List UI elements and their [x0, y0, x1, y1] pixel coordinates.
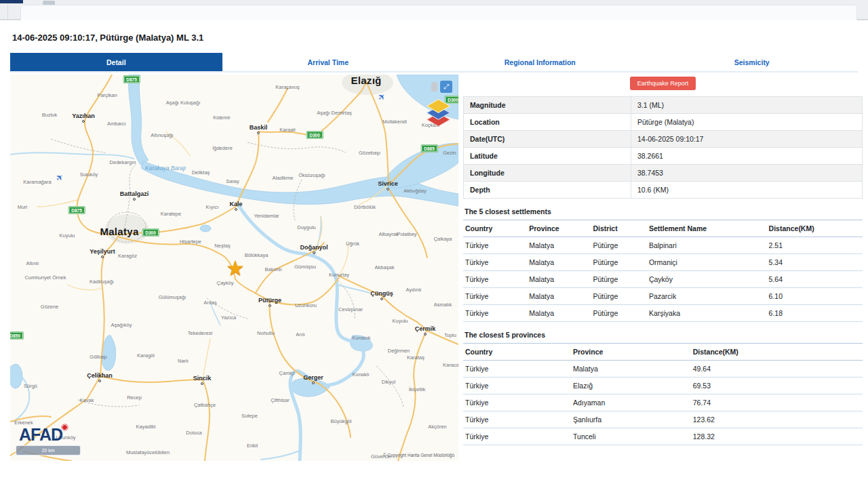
airport-icon: ✈ [54, 171, 66, 184]
detail-value: 38.2661 [631, 148, 862, 165]
map-village-label: Karamağara [23, 179, 51, 185]
table-row: TürkiyeŞanlıurfa123.62 [463, 411, 863, 428]
provinces-table: CountryProvinceDistance(KM) TürkiyeMalat… [463, 343, 863, 445]
map-village-label: Asmalık [434, 302, 452, 308]
map-village-label: Dedekargın [110, 159, 136, 165]
map-village-label: Narlı [178, 358, 189, 364]
fullscreen-icon: ⤢ [443, 83, 449, 91]
map-village-label: Gülümuşağı [159, 294, 186, 300]
table-cell: Şanlıurfa [571, 411, 691, 428]
table-cell: Türkiye [463, 305, 527, 322]
detail-label: Date(UTC) [464, 131, 631, 148]
map-town-label: Yazıhan [72, 113, 95, 119]
settlements-header-row: CountryProvinceDistrictSettlement NameDi… [463, 220, 863, 237]
table-cell: Pütürge [591, 237, 646, 254]
map-village-label: Erikli [247, 443, 258, 449]
browser-chrome [0, 0, 868, 20]
map-village-label: Altınlı [26, 260, 39, 266]
detail-label: Depth [464, 182, 631, 199]
fullscreen-button[interactable]: ⤢ [440, 81, 452, 93]
map-village-label: Sürgü [24, 383, 37, 389]
detail-value: 3.1 (ML) [631, 97, 862, 114]
road-shield: D300 [307, 131, 323, 139]
map-village-label: Arıtaş [203, 300, 217, 306]
map-town-marker [235, 208, 237, 211]
detail-label: Longitude [464, 165, 631, 182]
table-row: TürkiyeTunceli128.32 [463, 428, 863, 445]
map-village-label: Polatbey [397, 231, 416, 237]
map-village-label: Gümüşsu [294, 264, 316, 270]
detail-row: Depth10.6 (KM) [464, 182, 863, 199]
table-row: TürkiyeMalatyaPütürgeÇayköy5.64 [463, 271, 863, 288]
map-village-label: Doluca [186, 430, 201, 436]
map-village-label: Saray [226, 178, 239, 184]
map-village-label: Nohutlu [257, 330, 275, 336]
map-town-marker [201, 382, 203, 385]
map-village-label: Çayköy [216, 280, 233, 286]
tab-seismicity[interactable]: Seismicity [646, 53, 859, 71]
tab-detail[interactable]: Detail [10, 53, 222, 71]
map-town-marker [101, 256, 104, 258]
detail-row: Longitude38.7453 [464, 165, 863, 182]
table-row: TürkiyeMalatyaPütürgePazarcik6.10 [463, 288, 863, 305]
map-town-marker [313, 251, 315, 254]
detail-value: 38.7453 [631, 165, 862, 182]
map-village-label: Akçören [428, 424, 447, 430]
map-village-label: Muri [18, 204, 28, 210]
page-title: 14-06-2025 09:10:17, Pütürge (Malatya) M… [12, 33, 203, 43]
map-village-label: Karagöl [137, 352, 155, 359]
map-town-marker [82, 120, 85, 123]
map-village-label: Çatbahçe [194, 402, 216, 408]
tab-regional-information[interactable]: Regional Information [434, 53, 646, 71]
table-row: TürkiyeMalatyaPütürgeKarşiyaka6.18 [463, 305, 863, 322]
settlements-table: CountryProvinceDistrictSettlement NameDi… [463, 220, 863, 322]
table-cell: Pütürge [591, 288, 646, 305]
map-village-label: Ambarcı [107, 121, 126, 127]
table-cell: 2.51 [767, 237, 863, 254]
map-village-label: Cumhuriyet Örnek [25, 274, 66, 281]
map-village-label: Aşağıköy [111, 322, 132, 328]
map-town-label: Sivrice [378, 180, 398, 187]
table-cell: 69.53 [691, 378, 863, 394]
map-canvas[interactable]: ParçikanAşağı KuluşağıKidemirBuzlukAmbar… [10, 75, 458, 461]
road-shield: D875 [68, 207, 85, 214]
map-village-label: Neştaş [214, 243, 230, 249]
map-village-label: Tekederesi [188, 330, 212, 336]
map-village-label: Konaklı [352, 371, 369, 378]
map-village-label: Aşağı Kuluşağı [166, 100, 200, 106]
table-cell: Çayköy [647, 271, 767, 288]
provinces-header-row: CountryProvinceDistance(KM) [463, 344, 863, 361]
report-row: Earthquake Report [463, 75, 863, 96]
table-cell: 5.64 [767, 271, 863, 288]
map-village-label: Sutepe [241, 413, 258, 419]
map-village-label: Öksüzuşağı [298, 172, 326, 178]
tab-arrival-time[interactable]: Arrival Time [222, 53, 435, 71]
detail-row: LocationPütürge (Malatya) [464, 114, 863, 131]
map-town-label: Sincik [193, 375, 212, 382]
table-cell: Türkiye [463, 271, 527, 288]
table-cell: 6.10 [767, 288, 863, 305]
map-village-label: İğdedere [212, 145, 233, 151]
earthquake-report-button[interactable]: Earthquake Report [630, 77, 696, 90]
map-city-label: Elazığ [351, 75, 381, 86]
map-town-marker [387, 188, 389, 190]
map-village-label: Uzunkoru [295, 302, 317, 308]
table-cell: Malatya [527, 237, 591, 254]
column-header: Province [571, 344, 691, 361]
detail-value: Pütürge (Malatya) [631, 114, 862, 131]
map-village-label: Mollakendi [382, 119, 407, 125]
lake-label: Karakaya Barajı [145, 165, 186, 171]
epicenter-star[interactable]: ★ [226, 258, 245, 279]
map-village-label: Suluköy [80, 171, 98, 178]
map-village-label: Aydınlı [406, 287, 422, 293]
map-village-label: Karaçavuş [275, 84, 299, 90]
map-town-marker [98, 380, 101, 382]
table-cell: Malatya [527, 305, 591, 322]
afad-logo: AFAD [19, 426, 62, 443]
chrome-sheet [20, 5, 857, 20]
table-cell: Malatya [527, 288, 591, 305]
layers-control[interactable] [425, 98, 453, 131]
detail-row: Magnitude3.1 (ML) [464, 97, 863, 114]
table-row: TürkiyeElazığ69.53 [463, 378, 863, 394]
table-cell: Türkiye [463, 428, 571, 445]
